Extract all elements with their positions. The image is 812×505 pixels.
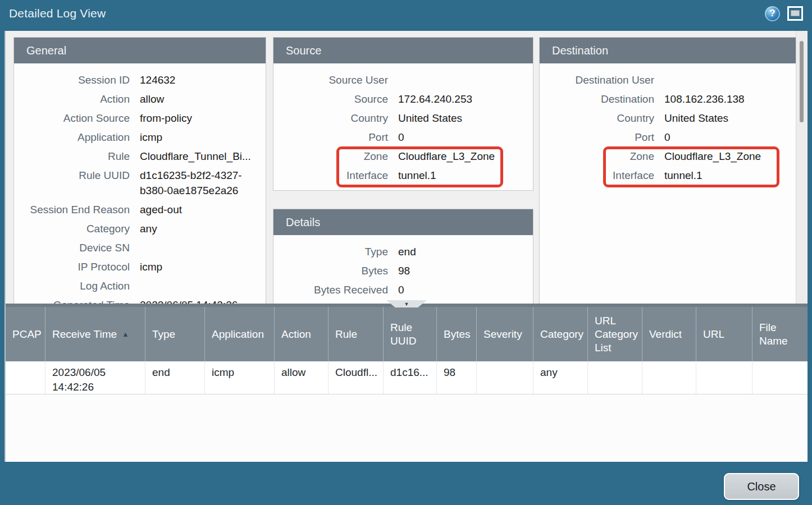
- sort-ascending-icon: ▲: [122, 328, 129, 341]
- column-header-pcap[interactable]: PCAP: [6, 307, 45, 361]
- field-value: Cloudflare_L3_Zone: [664, 149, 797, 164]
- field-label: Session ID: [26, 72, 130, 88]
- field-label: Action: [26, 91, 130, 107]
- row-rule-uuid: Rule UUIDd1c16235-b2f2-4327-b380-0ae1875…: [26, 168, 266, 198]
- field-value: 124632: [140, 72, 266, 88]
- column-header-rule[interactable]: Rule: [328, 307, 383, 361]
- cell-url-category-list: [587, 361, 642, 394]
- field-label: Zone: [552, 149, 654, 164]
- row-zone: ZoneCloudflare_L3_Zone: [552, 149, 797, 164]
- row-country: CountryUnited States: [552, 111, 797, 126]
- column-header-url-category-list[interactable]: URL Category List: [587, 307, 642, 361]
- row-interface: Interfacetunnel.1: [286, 168, 533, 183]
- field-label: Country: [286, 111, 388, 126]
- field-value: [398, 72, 533, 88]
- field-value: icmp: [140, 130, 266, 145]
- row-port: Port0: [286, 130, 533, 145]
- general-panel: General Session ID124632 Actionallow Act…: [13, 37, 266, 304]
- field-label: Type: [286, 244, 388, 259]
- destination-panel: Destination Destination User Destination…: [539, 37, 798, 304]
- vertical-scrollbar-track[interactable]: [796, 31, 808, 304]
- field-label: Bytes Received: [286, 282, 388, 297]
- row-type: Typeend: [286, 244, 533, 259]
- general-panel-body: Session ID124632 Actionallow Action Sour…: [14, 63, 266, 304]
- details-panel-header: Details: [273, 209, 533, 235]
- field-value: Cloudflare_L3_Zone: [398, 149, 533, 164]
- cell-verdict: [642, 361, 696, 394]
- cell-application: icmp: [204, 361, 274, 394]
- row-category: Categoryany: [26, 221, 266, 236]
- log-table-row[interactable]: 2023/06/05 14:42:26 end icmp allow Cloud…: [6, 361, 808, 394]
- field-label: Zone: [286, 149, 388, 164]
- cell-category: any: [533, 361, 587, 394]
- field-label: Action Source: [26, 111, 130, 126]
- row-country: CountryUnited States: [286, 111, 533, 126]
- titlebar-icons: ?: [765, 6, 803, 21]
- field-label: Log Action: [26, 278, 130, 293]
- field-value: 2023/06/05 14:42:26: [140, 297, 266, 304]
- column-header-type[interactable]: Type: [145, 307, 204, 361]
- field-label: Port: [552, 130, 654, 145]
- cell-severity: [476, 361, 533, 394]
- close-button[interactable]: Close: [724, 473, 799, 500]
- column-header-file-name[interactable]: File Name: [752, 307, 808, 361]
- row-device-sn: Device SN: [26, 240, 266, 255]
- cell-rule: Cloudfl...: [328, 361, 383, 394]
- row-session-end-reason: Session End Reasonaged-out: [26, 202, 266, 217]
- row-generated-time: Generated Time2023/06/05 14:42:26: [26, 297, 266, 304]
- details-panel: Details Typeend Bytes98 Bytes Received0: [273, 209, 533, 304]
- row-interface: Interfacetunnel.1: [552, 168, 797, 183]
- source-panel: Source Source User Source172.64.240.253 …: [273, 37, 533, 191]
- column-header-url[interactable]: URL: [696, 307, 752, 361]
- window-restore-icon[interactable]: [787, 6, 803, 21]
- field-value: [140, 240, 266, 255]
- field-value: end: [398, 244, 533, 259]
- row-bytes-received: Bytes Received0: [286, 282, 533, 297]
- window-restore-icon-inner: [791, 10, 800, 16]
- field-value: any: [140, 221, 266, 236]
- cell-receive-time: 2023/06/05 14:42:26: [45, 361, 145, 394]
- field-label: Port: [286, 130, 388, 145]
- column-header-rule-uuid[interactable]: Rule UUID: [383, 307, 436, 361]
- field-label: Destination User: [552, 72, 654, 88]
- field-value: 0: [398, 130, 533, 145]
- column-header-verdict[interactable]: Verdict: [642, 307, 696, 361]
- field-label: Bytes: [286, 263, 388, 278]
- row-port: Port0: [552, 130, 797, 145]
- field-value: 172.64.240.253: [398, 91, 533, 107]
- field-label: Rule: [26, 149, 130, 164]
- log-detail-panels-area: General Session ID124632 Actionallow Act…: [4, 31, 808, 304]
- field-label: Device SN: [26, 240, 130, 255]
- field-label: IP Protocol: [26, 259, 130, 274]
- general-panel-header: General: [14, 38, 266, 63]
- field-label: Application: [26, 130, 130, 145]
- field-value: [140, 278, 266, 293]
- field-value: United States: [664, 111, 797, 126]
- field-label: Source User: [286, 72, 388, 88]
- field-value: allow: [140, 91, 266, 107]
- field-label: Source: [286, 91, 388, 107]
- column-header-bytes[interactable]: Bytes: [436, 307, 476, 361]
- help-icon[interactable]: ?: [765, 6, 780, 21]
- dialog-titlebar: Detailed Log View ?: [0, 0, 812, 27]
- row-ip-protocol: IP Protocolicmp: [26, 259, 266, 274]
- field-value: d1c16235-b2f2-4327-b380-0ae1875e2a26: [140, 168, 266, 198]
- column-header-category[interactable]: Category: [533, 307, 587, 361]
- cell-type: end: [145, 361, 204, 394]
- vertical-scrollbar-thumb[interactable]: [800, 41, 804, 122]
- column-header-severity[interactable]: Severity: [476, 307, 533, 361]
- cell-file-name: [752, 361, 808, 394]
- column-header-application[interactable]: Application: [204, 307, 274, 361]
- log-table-area: ▼ PCAP Receive Time▲ Type Application Ac…: [4, 304, 808, 462]
- field-value: from-policy: [140, 111, 266, 126]
- column-header-receive-time[interactable]: Receive Time▲: [45, 307, 145, 361]
- cell-action: allow: [274, 361, 328, 394]
- column-header-action[interactable]: Action: [274, 307, 328, 361]
- row-application: Applicationicmp: [26, 130, 266, 145]
- field-label: Interface: [286, 168, 388, 183]
- page-title: Detailed Log View: [9, 7, 106, 20]
- cell-bytes: 98: [436, 361, 476, 394]
- row-destination-user: Destination User: [552, 72, 797, 88]
- source-panel-header: Source: [273, 38, 533, 63]
- row-bytes: Bytes98: [286, 263, 533, 278]
